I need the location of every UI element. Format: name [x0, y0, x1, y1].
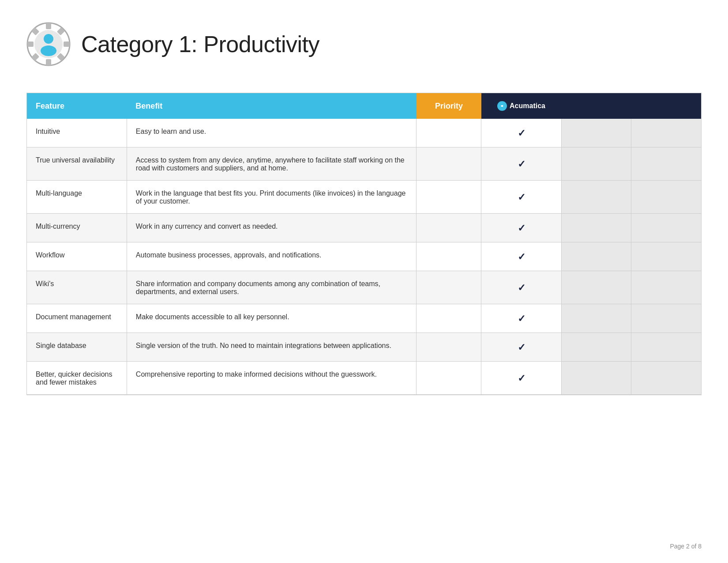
- checkmark-icon: ✓: [518, 373, 525, 384]
- cell-col5: [631, 147, 701, 181]
- checkmark-icon: ✓: [518, 282, 525, 293]
- col-header-benefit: Benefit: [127, 93, 416, 119]
- checkmark-icon: ✓: [518, 342, 525, 353]
- checkmark-icon: ✓: [518, 128, 525, 139]
- cell-col4: [561, 242, 631, 271]
- cell-col5: [631, 242, 701, 271]
- checkmark-icon: ✓: [518, 223, 525, 234]
- svg-rect-4: [64, 42, 70, 47]
- cell-acumatica-check: ✓: [481, 242, 561, 271]
- cell-col5: [631, 271, 701, 304]
- svg-point-10: [44, 34, 53, 44]
- checkmark-icon: ✓: [518, 313, 525, 324]
- cell-benefit: Work in any currency and convert as need…: [127, 214, 416, 242]
- col-header-feature: Feature: [27, 93, 127, 119]
- cell-feature: Wiki's: [27, 271, 127, 304]
- cell-priority: [417, 119, 481, 147]
- table-row: Multi-currencyWork in any currency and c…: [27, 214, 701, 242]
- cell-priority: [417, 214, 481, 242]
- svg-rect-5: [31, 27, 39, 35]
- page: Category 1: Productivity Feature Benefit…: [0, 0, 728, 563]
- cell-benefit: Single version of the truth. No need to …: [127, 333, 416, 362]
- cell-priority: [417, 271, 481, 304]
- cell-acumatica-check: ✓: [481, 214, 561, 242]
- cell-feature: Multi-language: [27, 181, 127, 214]
- table-row: Wiki'sShare information and company docu…: [27, 271, 701, 304]
- cell-acumatica-check: ✓: [481, 119, 561, 147]
- cell-col5: [631, 304, 701, 333]
- cell-col5: [631, 119, 701, 147]
- cell-feature: Workflow: [27, 242, 127, 271]
- cell-col5: [631, 181, 701, 214]
- cell-benefit: Make documents accessible to all key per…: [127, 304, 416, 333]
- checkmark-icon: ✓: [518, 159, 525, 170]
- table-header-row: Feature Benefit Priority: [27, 93, 701, 119]
- cell-feature: Intuitive: [27, 119, 127, 147]
- svg-rect-1: [46, 23, 51, 29]
- cell-benefit: Share information and company documents …: [127, 271, 416, 304]
- cell-acumatica-check: ✓: [481, 333, 561, 362]
- cell-col4: [561, 362, 631, 395]
- acumatica-logo-text: Acumatica: [510, 102, 545, 110]
- cell-acumatica-check: ✓: [481, 304, 561, 333]
- cell-col4: [561, 304, 631, 333]
- cell-feature: Single database: [27, 333, 127, 362]
- cell-acumatica-check: ✓: [481, 271, 561, 304]
- col-header-col4: [561, 93, 631, 119]
- cell-col4: [561, 271, 631, 304]
- table-row: Document managementMake documents access…: [27, 304, 701, 333]
- page-title: Category 1: Productivity: [81, 31, 319, 57]
- cell-acumatica-check: ✓: [481, 181, 561, 214]
- table-row: Better, quicker decisions and fewer mist…: [27, 362, 701, 395]
- cell-col4: [561, 147, 631, 181]
- col-header-priority: Priority: [417, 93, 481, 119]
- cell-col4: [561, 214, 631, 242]
- cell-benefit: Comprehensive reporting to make informed…: [127, 362, 416, 395]
- cell-col4: [561, 181, 631, 214]
- svg-point-11: [41, 45, 56, 56]
- cell-benefit: Easy to learn and use.: [127, 119, 416, 147]
- acumatica-logo-icon: [497, 101, 507, 111]
- svg-rect-7: [31, 53, 39, 61]
- table-row: Multi-languageWork in the language that …: [27, 181, 701, 214]
- checkmark-icon: ✓: [518, 251, 525, 262]
- col-header-acumatica: Acumatica: [481, 93, 561, 119]
- checkmark-icon: ✓: [518, 192, 525, 203]
- cell-acumatica-check: ✓: [481, 147, 561, 181]
- cell-col4: [561, 333, 631, 362]
- cell-col5: [631, 333, 701, 362]
- page-number: Page 2 of 8: [670, 543, 702, 550]
- cell-priority: [417, 242, 481, 271]
- cell-feature: True universal availability: [27, 147, 127, 181]
- table-row: WorkflowAutomate business processes, app…: [27, 242, 701, 271]
- cell-feature: Document management: [27, 304, 127, 333]
- cell-feature: Better, quicker decisions and fewer mist…: [27, 362, 127, 395]
- table-row: IntuitiveEasy to learn and use.✓: [27, 119, 701, 147]
- productivity-icon: [26, 22, 71, 66]
- svg-rect-3: [27, 42, 34, 47]
- cell-priority: [417, 304, 481, 333]
- svg-rect-2: [46, 59, 51, 65]
- page-header: Category 1: Productivity: [26, 18, 702, 71]
- cell-priority: [417, 333, 481, 362]
- cell-priority: [417, 147, 481, 181]
- cell-benefit: Automate business processes, approvals, …: [127, 242, 416, 271]
- table-row: True universal availabilityAccess to sys…: [27, 147, 701, 181]
- table-row: Single databaseSingle version of the tru…: [27, 333, 701, 362]
- feature-table: Feature Benefit Priority: [26, 93, 702, 395]
- cell-col4: [561, 119, 631, 147]
- col-header-col5: [631, 93, 701, 119]
- acumatica-logo: Acumatica: [490, 101, 552, 111]
- cell-feature: Multi-currency: [27, 214, 127, 242]
- cell-col5: [631, 214, 701, 242]
- cell-benefit: Work in the language that best fits you.…: [127, 181, 416, 214]
- cell-priority: [417, 181, 481, 214]
- cell-benefit: Access to system from any device, anytim…: [127, 147, 416, 181]
- cell-priority: [417, 362, 481, 395]
- cell-col5: [631, 362, 701, 395]
- cell-acumatica-check: ✓: [481, 362, 561, 395]
